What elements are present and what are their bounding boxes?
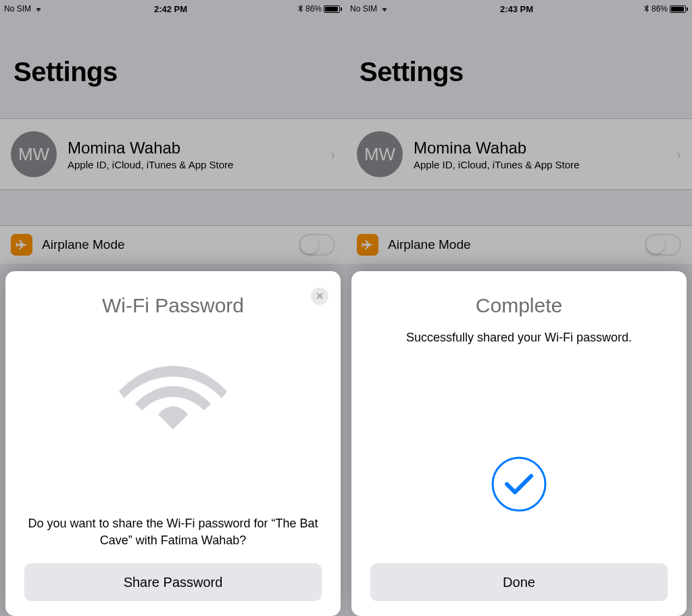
screen-right: No SIM 2:43 PM 86% Settings MW Momina Wa… — [346, 0, 692, 616]
done-button[interactable]: Done — [370, 563, 668, 601]
screen-left: No SIM 2:42 PM 86% Settings MW Momina Wa… — [0, 0, 346, 616]
sheet-title: Wi-Fi Password — [102, 294, 244, 317]
sheet-message: Successfully shared your Wi-Fi password. — [406, 329, 632, 346]
sheet-message: Do you want to share the Wi-Fi password … — [24, 515, 322, 548]
wifi-large-icon — [119, 350, 227, 431]
share-sheet: ✕ Wi-Fi Password Do you want to share th… — [5, 271, 341, 616]
sheet-title: Complete — [476, 294, 562, 317]
share-password-button[interactable]: Share Password — [24, 563, 322, 601]
svg-point-0 — [493, 458, 545, 511]
checkmark-icon — [491, 456, 547, 513]
close-icon[interactable]: ✕ — [311, 287, 328, 305]
complete-sheet: Complete Successfully shared your Wi-Fi … — [351, 271, 687, 616]
